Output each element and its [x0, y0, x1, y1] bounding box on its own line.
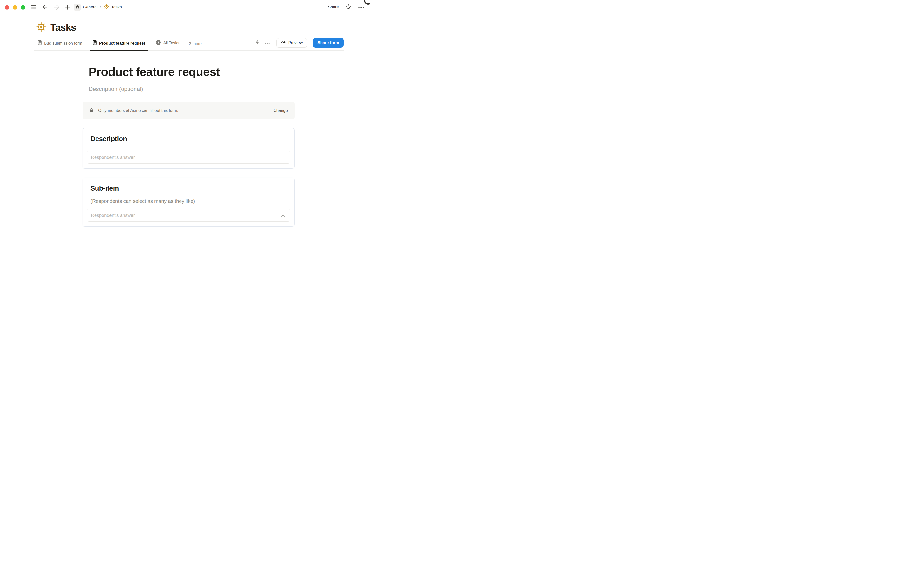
tab-all-tasks[interactable]: All Tasks — [155, 40, 180, 50]
page-header: Tasks — [36, 22, 370, 33]
favorite-star-icon[interactable] — [346, 4, 351, 11]
tab-label: Product feature request — [99, 41, 145, 46]
form-field-card-sub-item: Sub-item (Respondents can select as many… — [82, 177, 295, 227]
page-title: Tasks — [50, 22, 76, 33]
zoom-window-button[interactable] — [21, 5, 25, 10]
share-button[interactable]: Share — [328, 5, 339, 10]
tab-label: Bug submission form — [44, 41, 82, 46]
page-helm-icon — [104, 4, 109, 11]
tab-bug-submission-form[interactable]: Bug submission form — [37, 40, 83, 50]
page-helm-icon-large[interactable] — [36, 22, 46, 33]
form-title[interactable]: Product feature request — [89, 66, 295, 79]
form-doc-icon — [93, 40, 97, 46]
eye-icon — [281, 40, 286, 45]
share-form-button[interactable]: Share form — [313, 38, 344, 48]
automations-lightning-icon[interactable] — [256, 40, 259, 46]
access-notice-bar: Only members at Acme can fill out this f… — [82, 102, 295, 119]
form-doc-icon — [38, 40, 42, 46]
sidebar-menu-icon[interactable] — [31, 5, 36, 10]
traffic-lights — [5, 5, 25, 10]
form-field-card-description: Description — [82, 128, 295, 169]
globe-icon — [156, 40, 161, 46]
field-answer-input[interactable] — [87, 209, 290, 222]
more-options-icon[interactable] — [358, 5, 364, 10]
tab-product-feature-request[interactable]: Product feature request — [92, 40, 146, 50]
view-tabstrip: Bug submission form Product feature requ… — [34, 38, 344, 50]
window-titlebar: General / Tasks Share — [0, 0, 370, 15]
back-arrow-icon[interactable] — [42, 5, 48, 10]
new-tab-plus-icon[interactable] — [65, 5, 70, 10]
close-window-button[interactable] — [5, 5, 10, 10]
breadcrumb: General / Tasks — [74, 4, 122, 11]
breadcrumb-root[interactable]: General — [83, 5, 97, 10]
access-notice-text: Only members at Acme can fill out this f… — [98, 108, 178, 113]
chevron-up-icon[interactable] — [281, 214, 286, 218]
forward-arrow-icon[interactable] — [54, 5, 60, 10]
preview-button[interactable]: Preview — [277, 38, 307, 48]
field-label[interactable]: Description — [90, 135, 287, 143]
field-hint: (Respondents can select as many as they … — [90, 198, 287, 204]
breadcrumb-separator: / — [100, 5, 101, 10]
home-button[interactable] — [74, 4, 81, 11]
breadcrumb-page[interactable]: Tasks — [111, 5, 122, 10]
field-label[interactable]: Sub-item — [90, 185, 287, 192]
form-editor: Product feature request Description (opt… — [82, 66, 295, 227]
change-access-button[interactable]: Change — [274, 108, 288, 113]
field-answer-input[interactable] — [87, 151, 290, 164]
form-description-placeholder[interactable]: Description (optional) — [89, 85, 295, 92]
home-icon — [75, 5, 80, 10]
view-options-icon[interactable] — [265, 41, 271, 45]
preview-button-label: Preview — [288, 40, 303, 45]
lock-icon — [90, 108, 93, 113]
more-tabs-button[interactable]: 3 more... — [189, 41, 205, 50]
minimize-window-button[interactable] — [13, 5, 17, 10]
tab-label: All Tasks — [163, 41, 180, 45]
